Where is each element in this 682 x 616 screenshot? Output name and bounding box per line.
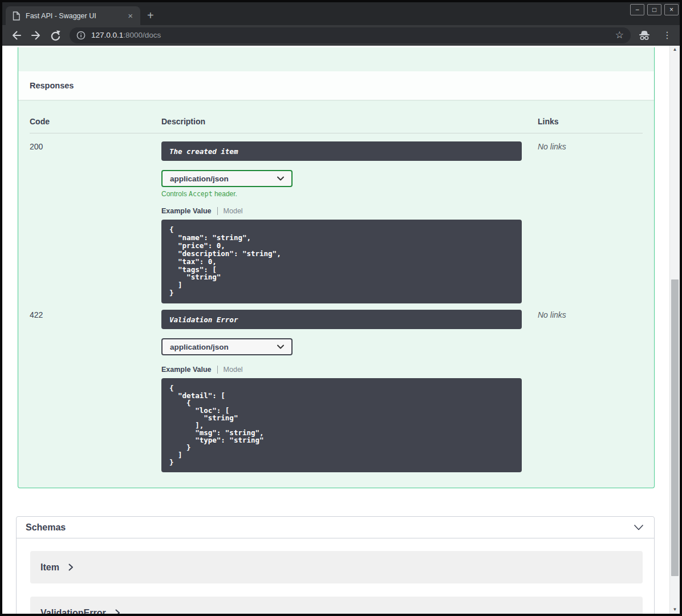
tab-close-icon[interactable]: × — [125, 10, 136, 21]
scroll-down-icon[interactable]: ▼ — [670, 606, 680, 614]
responses-section-header: Responses — [18, 71, 654, 100]
responses-table-header: Code Description Links — [30, 117, 643, 133]
column-header-code: Code — [30, 117, 161, 126]
vertical-scrollbar[interactable]: ▲ ▼ — [669, 46, 680, 614]
opblock-post: Responses Code Description Links 200 The… — [18, 47, 655, 488]
responses-table: Code Description Links 200 The created i… — [18, 100, 654, 479]
minimize-button[interactable]: − — [630, 4, 644, 15]
response-description-box: Validation Error — [161, 310, 522, 329]
example-model-tabs: Example Value Model — [161, 207, 538, 215]
response-code: 422 — [30, 310, 161, 472]
chevron-right-icon — [115, 609, 120, 614]
media-type-value: application/json — [170, 175, 229, 183]
url-path: :8000/docs — [123, 31, 161, 39]
scroll-up-icon[interactable]: ▲ — [670, 46, 680, 54]
response-description-text: Validation Error — [169, 315, 238, 324]
accept-note-suffix: header. — [213, 190, 237, 198]
example-model-tabs: Example Value Model — [161, 366, 538, 374]
bookmark-star-icon[interactable]: ☆ — [614, 30, 625, 40]
tab-model[interactable]: Model — [224, 366, 243, 374]
scrollbar-thumb[interactable] — [671, 279, 679, 576]
tab-divider — [217, 207, 218, 215]
tab-model[interactable]: Model — [224, 207, 243, 215]
responses-title: Responses — [30, 81, 74, 90]
column-header-links: Links — [538, 117, 643, 126]
arrow-left-icon — [11, 30, 22, 41]
media-type-select[interactable]: application/json — [161, 338, 293, 355]
site-info-icon[interactable] — [76, 31, 86, 40]
tab-title: Fast API - Swagger UI — [26, 12, 125, 20]
response-code: 200 — [30, 141, 161, 303]
accept-note-code: Accept — [189, 190, 213, 198]
tab-strip: Fast API - Swagger UI × + − □ × — [2, 2, 680, 25]
tab-example-value[interactable]: Example Value — [161, 207, 212, 215]
chevron-right-icon — [68, 564, 74, 571]
column-header-description: Description — [161, 117, 538, 126]
browser-tab[interactable]: Fast API - Swagger UI × — [6, 6, 140, 25]
chevron-down-icon — [277, 345, 284, 349]
reload-button[interactable] — [48, 28, 63, 43]
page-content: Responses Code Description Links 200 The… — [2, 46, 680, 614]
new-tab-button[interactable]: + — [147, 10, 154, 21]
example-json-block: { "detail": [ { "loc": [ "string" ], "ms… — [161, 378, 522, 472]
schemas-title: Schemas — [26, 522, 66, 533]
example-json-block: { "name": "string", "price": 0, "descrip… — [161, 220, 522, 303]
media-type-value: application/json — [170, 343, 229, 351]
response-description-text: The created item — [169, 147, 238, 156]
response-description-cell: The created item application/json Contro… — [161, 141, 538, 303]
window-controls: − □ × — [630, 4, 679, 15]
browser-toolbar: 127.0.0.1:8000/docs ☆ ⋮ — [2, 25, 680, 46]
back-button[interactable] — [9, 28, 24, 43]
response-description-box: The created item — [161, 141, 522, 161]
response-row-200: 200 The created item application/json Co… — [30, 133, 643, 303]
browser-window: Fast API - Swagger UI × + − □ × — [0, 0, 682, 616]
page-icon — [13, 11, 20, 21]
model-name: Item — [40, 562, 59, 573]
forward-button[interactable] — [29, 28, 43, 43]
address-bar[interactable]: 127.0.0.1:8000/docs ☆ — [70, 27, 631, 43]
arrow-right-icon — [30, 30, 42, 41]
browser-menu-icon[interactable]: ⋮ — [660, 31, 674, 40]
accept-note-prefix: Controls — [161, 190, 189, 198]
chevron-down-icon — [634, 524, 644, 530]
response-links: No links — [538, 141, 643, 303]
response-links: No links — [538, 310, 643, 472]
model-name: ValidationError — [40, 608, 106, 614]
model-validationerror-toggle[interactable]: ValidationError — [30, 597, 643, 614]
response-description-cell: Validation Error application/json Exampl… — [161, 310, 538, 472]
close-button[interactable]: × — [664, 4, 679, 15]
tab-divider — [217, 366, 218, 374]
incognito-icon[interactable] — [638, 30, 651, 40]
model-item-toggle[interactable]: Item — [30, 551, 643, 583]
maximize-button[interactable]: □ — [647, 4, 661, 15]
schemas-header[interactable]: Schemas — [17, 517, 654, 538]
schemas-models: Item ValidationError — [17, 538, 654, 614]
tab-example-value[interactable]: Example Value — [161, 366, 212, 374]
toolbar-right: ⋮ — [638, 30, 674, 40]
response-row-422: 422 Validation Error application/json — [30, 303, 643, 472]
url-text: 127.0.0.1:8000/docs — [91, 31, 614, 39]
chevron-down-icon — [277, 176, 284, 181]
schemas-section: Schemas Item ValidationError — [16, 516, 655, 614]
media-type-select[interactable]: application/json — [161, 170, 293, 187]
accept-header-note: Controls Accept header. — [161, 190, 538, 198]
reload-icon — [50, 30, 61, 41]
url-host: 127.0.0.1 — [91, 31, 123, 39]
